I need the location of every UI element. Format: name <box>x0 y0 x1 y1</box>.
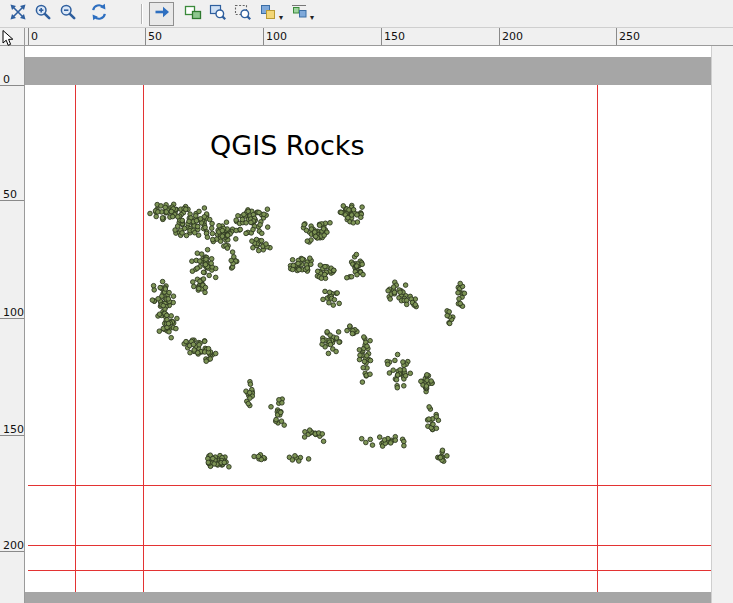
zoom-in-icon <box>34 3 52 25</box>
ruler-label: 200 <box>3 539 24 552</box>
layout-canvas[interactable]: QGIS Rocks <box>25 46 711 603</box>
magnifier-dashed-rect-icon <box>234 3 252 25</box>
guide-line-vertical[interactable] <box>597 85 598 592</box>
ruler-label: 50 <box>3 188 17 201</box>
zoom-region-button[interactable] <box>230 2 255 26</box>
move-item-content-button[interactable] <box>149 2 174 26</box>
guide-line-vertical[interactable] <box>143 85 144 592</box>
zoom-out-button[interactable] <box>55 2 80 26</box>
vertical-scrollbar[interactable] <box>711 46 733 603</box>
guide-line-vertical[interactable] <box>75 85 76 592</box>
app-window: ▾ ▾ 050100150200250 050100150200 QGIS Ro… <box>0 0 733 603</box>
horizontal-ruler: 050100150200250 <box>25 28 711 46</box>
ruler-tick <box>616 28 617 45</box>
ruler-tick <box>263 28 264 45</box>
magnifier-rect-icon <box>209 3 227 25</box>
guide-line-horizontal[interactable] <box>28 545 711 546</box>
ruler-label: 150 <box>3 423 24 436</box>
guide-line-horizontal[interactable] <box>28 570 711 571</box>
refresh-view-button[interactable] <box>86 2 111 26</box>
ruler-tick <box>145 28 146 45</box>
zoom-out-icon <box>59 3 77 25</box>
align-items-button[interactable] <box>286 2 311 26</box>
zoom-in-button[interactable] <box>30 2 55 26</box>
ruler-label: 50 <box>148 30 162 43</box>
raise-items-button[interactable] <box>255 2 280 26</box>
guide-line-horizontal[interactable] <box>28 485 711 486</box>
ruler-label: 100 <box>3 306 24 319</box>
ruler-right-cap <box>711 28 733 46</box>
ruler-tick <box>28 28 29 45</box>
add-item-button[interactable] <box>180 2 205 26</box>
toolbar-separator <box>141 4 143 24</box>
ruler-label: 0 <box>31 30 38 43</box>
toolbar: ▾ ▾ <box>0 0 733 28</box>
zoom-full-button[interactable] <box>5 2 30 26</box>
refresh-icon <box>90 3 108 25</box>
ruler-label: 250 <box>619 30 640 43</box>
mouse-cursor-icon <box>2 30 15 51</box>
vertical-ruler: 050100150200 <box>0 46 25 603</box>
ruler-tick <box>499 28 500 45</box>
align-items-dropdown-caret-icon[interactable]: ▾ <box>310 13 314 22</box>
zoom-full-icon <box>9 3 27 25</box>
arrow-right-icon <box>153 3 171 25</box>
ruler-label: 100 <box>266 30 287 43</box>
ruler-label: 200 <box>502 30 523 43</box>
align-squares-icon <box>290 3 308 25</box>
ruler-tick <box>381 28 382 45</box>
add-rectangles-icon <box>184 3 202 25</box>
ruler-label: 0 <box>3 73 10 86</box>
ruler-label: 150 <box>384 30 405 43</box>
layered-squares-icon <box>259 3 277 25</box>
zoom-to-item-button[interactable] <box>205 2 230 26</box>
main-area: 050100150200 QGIS Rocks <box>0 46 733 603</box>
ruler-row: 050100150200250 <box>0 28 733 46</box>
map-points <box>25 46 711 603</box>
raise-items-dropdown-caret-icon[interactable]: ▾ <box>279 13 283 22</box>
page-title: QGIS Rocks <box>210 130 364 161</box>
